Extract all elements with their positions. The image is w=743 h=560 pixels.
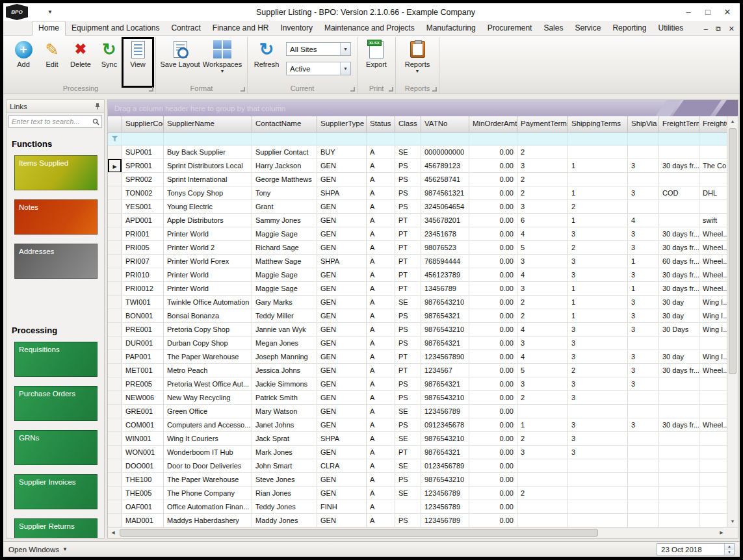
grid-cell-suppliercode[interactable]: APD001: [122, 214, 164, 227]
grid-cell-suppliercode[interactable]: YES001: [122, 200, 164, 213]
grid-cell-minorderamt[interactable]: 0.00: [469, 227, 517, 240]
scroll-down-icon[interactable]: ▼: [727, 516, 738, 527]
grid-cell-freightterms[interactable]: [659, 459, 699, 472]
mdi-close-icon[interactable]: ✕: [729, 25, 735, 33]
grid-cell-shipvia[interactable]: [628, 514, 659, 527]
grid-cell-minorderamt[interactable]: 0.00: [469, 214, 517, 227]
grid-cell-freightterms[interactable]: 30 days fr...: [659, 364, 699, 377]
grid-cell-suppliercode[interactable]: PRI010: [122, 268, 164, 281]
grid-cell-contactname[interactable]: Rian Jones: [252, 487, 317, 500]
grid-cell-suppliertype[interactable]: GEN: [317, 268, 367, 281]
tab-inventory[interactable]: Inventory: [275, 21, 319, 35]
filter-cell[interactable]: [367, 133, 395, 145]
column-header-suppliertype[interactable]: SupplierType: [317, 116, 367, 132]
grid-cell-shipvia[interactable]: [628, 459, 659, 472]
add-button[interactable]: + Add: [9, 38, 38, 80]
grid-cell-vatno[interactable]: 987654321: [421, 309, 469, 322]
grid-cell-shipvia[interactable]: [628, 391, 659, 404]
grid-cell-status[interactable]: A: [367, 296, 395, 309]
grid-cell-shipvia[interactable]: 3: [628, 241, 659, 254]
grid-cell-suppliername[interactable]: The Phone Company: [164, 487, 252, 500]
grid-cell-paymentterms[interactable]: 2: [517, 487, 568, 500]
grid-cell-minorderamt[interactable]: 0.00: [469, 255, 517, 268]
grid-cell-paymentterms[interactable]: 3: [517, 337, 568, 350]
chevron-down-icon[interactable]: ▼: [340, 43, 350, 55]
dialog-launcher-icon[interactable]: [389, 87, 393, 92]
table-row[interactable]: COM001 Computers and Accesso... Janet Jo…: [108, 418, 738, 432]
grid-cell-shipvia[interactable]: 1: [628, 282, 659, 295]
grid-cell-paymentterms[interactable]: 3: [517, 377, 568, 390]
tab-procurement[interactable]: Procurement: [482, 21, 538, 35]
grid-cell-contactname[interactable]: Matthew Sage: [252, 255, 317, 268]
filter-cell[interactable]: [568, 133, 628, 145]
grid-cell-shippingterms[interactable]: [568, 146, 628, 159]
grid-cell-shippingterms[interactable]: [568, 514, 628, 527]
grid-cell-vatno[interactable]: 987654321: [421, 377, 469, 390]
minimize-button[interactable]: –: [679, 5, 698, 20]
grid-cell-vatno[interactable]: 768594444: [421, 255, 469, 268]
grid-cell-suppliername[interactable]: The Paper Warehouse: [164, 350, 252, 363]
grid-cell-contactname[interactable]: Sammy Jones: [252, 214, 317, 227]
grid-cell-class[interactable]: SE: [395, 459, 421, 472]
grid-cell-suppliercode[interactable]: DUR001: [122, 337, 164, 350]
horizontal-scrollbar[interactable]: ◀ ▶: [108, 527, 738, 538]
grid-cell-vatno[interactable]: 9876543210: [421, 323, 469, 336]
grid-cell-suppliertype[interactable]: GEN: [317, 296, 367, 309]
grid-cell-suppliertype[interactable]: GEN: [317, 241, 367, 254]
grid-cell-status[interactable]: A: [367, 186, 395, 199]
scroll-right-icon[interactable]: ▶: [716, 528, 727, 538]
grid-cell-minorderamt[interactable]: 0.00: [469, 473, 517, 486]
grid-cell-shippingterms[interactable]: 1: [568, 282, 628, 295]
grid-cell-suppliername[interactable]: Green Office: [164, 405, 252, 418]
grid-cell-minorderamt[interactable]: 0.00: [469, 446, 517, 459]
filter-cell[interactable]: [421, 133, 469, 145]
grid-cell-contactname[interactable]: Mary Watson: [252, 405, 317, 418]
grid-cell-minorderamt[interactable]: 0.00: [469, 200, 517, 213]
grid-cell-status[interactable]: A: [367, 487, 395, 500]
table-row[interactable]: THE005 The Phone Company Rian Jones GEN …: [108, 487, 738, 500]
grid-cell-contactname[interactable]: Maggie Sage: [252, 227, 317, 240]
filter-cell[interactable]: [628, 133, 659, 145]
grid-cell-shipvia[interactable]: 3: [628, 186, 659, 199]
table-row[interactable]: SUP001 Buy Back Supplier Supplier Contac…: [108, 146, 738, 159]
grid-cell-minorderamt[interactable]: 0.00: [469, 159, 517, 172]
open-windows-dropdown[interactable]: Open Windows ▼: [8, 546, 68, 554]
grid-cell-suppliername[interactable]: Computers and Accesso...: [164, 418, 252, 431]
grid-cell-shipvia[interactable]: [628, 446, 659, 459]
table-row[interactable]: SPR002 Sprint International George Matth…: [108, 173, 738, 186]
chevron-down-icon[interactable]: ▼: [340, 62, 350, 75]
grid-cell-status[interactable]: A: [367, 391, 395, 404]
close-button[interactable]: ✕: [718, 5, 737, 20]
vertical-scrollbar[interactable]: ▲ ▼: [727, 116, 738, 527]
grid-cell-suppliercode[interactable]: SUP001: [122, 146, 164, 159]
grid-cell-freightterms[interactable]: [659, 391, 699, 404]
grid-cell-shippingterms[interactable]: 3: [568, 377, 628, 390]
filter-cell[interactable]: [252, 133, 317, 145]
filter-cell[interactable]: [122, 133, 164, 145]
grid-cell-shippingterms[interactable]: 3: [568, 391, 628, 404]
grid-cell-paymentterms[interactable]: 2: [517, 186, 568, 199]
grns-button[interactable]: GRNs: [14, 430, 98, 465]
grid-cell-class[interactable]: SE: [395, 146, 421, 159]
grid-cell-class[interactable]: PS: [395, 159, 421, 172]
grid-cell-class[interactable]: SE: [395, 432, 421, 445]
grid-cell-freightterms[interactable]: [659, 405, 699, 418]
grid-cell-status[interactable]: A: [367, 146, 395, 159]
purchase-orders-button[interactable]: Purchase Orders: [14, 386, 98, 421]
grid-cell-shipvia[interactable]: [628, 200, 659, 213]
grid-cell-suppliercode[interactable]: PRE005: [122, 377, 164, 390]
grid-cell-suppliertype[interactable]: BUY: [317, 146, 367, 159]
status-filter-select[interactable]: Active ▼: [286, 62, 351, 75]
grid-cell-contactname[interactable]: George Matthews: [252, 173, 317, 186]
column-header-vatno[interactable]: VATNo: [421, 116, 469, 132]
table-row[interactable]: PRE001 Pretoria Copy Shop Jannie van Wyk…: [108, 323, 738, 337]
grid-cell-class[interactable]: PS: [395, 337, 421, 350]
dialog-launcher-icon[interactable]: [241, 87, 245, 92]
edit-button[interactable]: ✎ Edit: [38, 38, 66, 80]
grid-cell-vatno[interactable]: 0912345678: [421, 418, 469, 431]
pin-icon[interactable]: [94, 103, 101, 110]
grid-cell-suppliertype[interactable]: GEN: [317, 364, 367, 377]
grid-cell-contactname[interactable]: Supplier Contact: [252, 146, 317, 159]
grid-cell-suppliername[interactable]: Durban Copy Shop: [164, 337, 252, 350]
grid-cell-class[interactable]: SE: [395, 296, 421, 309]
